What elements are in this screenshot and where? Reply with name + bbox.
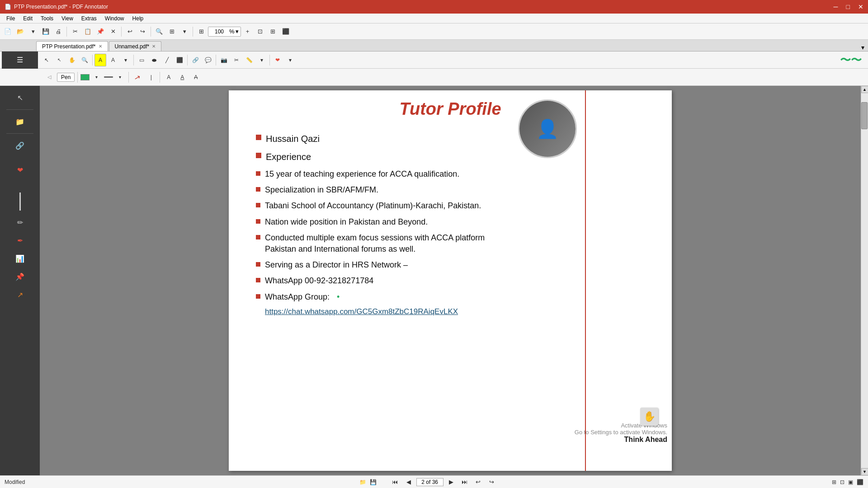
tool-select-area[interactable]: ⊞ bbox=[166, 26, 178, 38]
text-format-a1[interactable]: A bbox=[163, 71, 175, 84]
tool-redo[interactable]: ↪ bbox=[137, 26, 148, 38]
sidebar-heart[interactable]: ❤ bbox=[12, 162, 28, 178]
sidebar-resize-handle[interactable] bbox=[19, 192, 21, 211]
nav-prev[interactable]: ◀ bbox=[403, 476, 415, 488]
whatsapp-link[interactable]: https://chat.whatsapp.com/GC5Gxm8tZbC19R… bbox=[265, 307, 458, 316]
text-format-a2[interactable]: A bbox=[176, 71, 188, 84]
nav-back[interactable]: ↩ bbox=[472, 476, 484, 488]
maximize-button[interactable]: □ bbox=[846, 3, 850, 10]
anno-select2[interactable]: ↖ bbox=[53, 54, 65, 66]
tabs-scroll-right[interactable]: ▾ bbox=[858, 44, 868, 51]
anno-dropdown2[interactable]: ▾ bbox=[256, 54, 268, 66]
anno-note[interactable]: 💬 bbox=[202, 54, 214, 66]
nav-forward[interactable]: ↪ bbox=[486, 476, 498, 488]
close-button[interactable]: ✕ bbox=[858, 3, 863, 10]
anno-heart[interactable]: ❤ bbox=[272, 54, 283, 66]
pen-curve[interactable]: ↗ bbox=[130, 70, 145, 85]
sidebar-chart[interactable]: 📊 bbox=[12, 250, 28, 267]
tab-unnamed[interactable]: Unnamed.pdf* ✕ bbox=[109, 41, 162, 51]
menu-edit[interactable]: Edit bbox=[19, 14, 36, 23]
sidebar-arrow[interactable]: ↗ bbox=[12, 286, 28, 303]
sidebar-pen-red[interactable]: ✒ bbox=[12, 232, 28, 249]
anno-fill[interactable]: ⬛ bbox=[174, 54, 185, 66]
scroll-down-button[interactable]: ▼ bbox=[861, 468, 868, 475]
tab-ptp-close[interactable]: ✕ bbox=[99, 44, 102, 49]
anno-crop[interactable]: ✂ bbox=[231, 54, 242, 66]
tool-copy[interactable]: 📋 bbox=[82, 26, 94, 38]
page-input[interactable] bbox=[416, 478, 443, 486]
sub-item-3: Tabani School of Accountancy (Platinum)-… bbox=[256, 200, 654, 211]
tool-open[interactable]: 📄 bbox=[2, 26, 14, 38]
zoom-fit-page[interactable]: ⊡ bbox=[255, 26, 266, 38]
sub-item-8: WhatsApp Group: • bbox=[256, 291, 654, 303]
tab-ptp-presentation[interactable]: PTP Presentation.pdf* ✕ bbox=[36, 41, 108, 51]
tool-fit-width[interactable]: ⊞ bbox=[195, 26, 207, 38]
sub-bullet-4 bbox=[256, 219, 260, 224]
menu-extras[interactable]: Extras bbox=[78, 14, 100, 23]
sidebar-pencil[interactable]: ✏ bbox=[12, 214, 28, 230]
sidebar-stamp[interactable]: 📌 bbox=[12, 268, 28, 285]
menu-help[interactable]: Help bbox=[129, 14, 147, 23]
pen-toolbar: ◁ Pen ▾ ▾ ↗ | A A A bbox=[0, 69, 868, 86]
nav-first[interactable]: ⏮ bbox=[389, 476, 401, 488]
tool-delete[interactable]: ✕ bbox=[107, 26, 119, 38]
anno-stamp[interactable]: 📷 bbox=[218, 54, 230, 66]
zoom-dropdown[interactable]: ▾ bbox=[236, 28, 239, 35]
anno-hand[interactable]: ✋ bbox=[66, 54, 78, 66]
sidebar-link[interactable]: 🔗 bbox=[12, 137, 28, 154]
menu-view[interactable]: View bbox=[58, 14, 77, 23]
pen-color-swatch[interactable] bbox=[80, 74, 90, 80]
zoom-input[interactable]: 100 bbox=[210, 28, 228, 35]
anno-text[interactable]: A bbox=[107, 54, 119, 66]
anno-dropdown[interactable]: ▾ bbox=[120, 54, 132, 66]
menu-tools[interactable]: Tools bbox=[37, 14, 57, 23]
minimize-button[interactable]: ─ bbox=[834, 3, 838, 10]
view-icon3[interactable]: ▣ bbox=[848, 479, 853, 485]
anno-measure[interactable]: 📏 bbox=[243, 54, 255, 66]
status-bar: Modified 📁 💾 ⏮ ◀ ▶ ⏭ ↩ ↪ ⊞ ⊡ ▣ ⬛ bbox=[0, 475, 868, 488]
title-bar-buttons: ─ □ ✕ bbox=[834, 3, 863, 10]
sidebar-cursor[interactable]: ↖ bbox=[12, 89, 28, 106]
pen-size-dropdown[interactable]: ▾ bbox=[114, 71, 126, 84]
nav-last[interactable]: ⏭ bbox=[459, 476, 471, 488]
sidebar-collapse[interactable]: ☰ bbox=[2, 52, 38, 69]
anno-zoom[interactable]: 🔍 bbox=[79, 54, 90, 66]
hand-cursor-button[interactable]: ✋ bbox=[640, 408, 658, 426]
scroll-up-button[interactable]: ▲ bbox=[861, 86, 868, 93]
zoom-fit-width[interactable]: ⊞ bbox=[267, 26, 279, 38]
tool-print[interactable]: 🖨 bbox=[52, 26, 64, 38]
menu-file[interactable]: File bbox=[3, 14, 19, 23]
anno-ellipse[interactable]: ⬬ bbox=[148, 54, 160, 66]
pen-select[interactable]: ◁ bbox=[43, 71, 55, 84]
pen-size-indicator bbox=[104, 76, 113, 78]
nav-next[interactable]: ▶ bbox=[445, 476, 457, 488]
zoom-full[interactable]: ⬛ bbox=[280, 26, 292, 38]
tool-cut[interactable]: ✂ bbox=[69, 26, 81, 38]
tool-undo[interactable]: ↩ bbox=[124, 26, 136, 38]
scroll-thumb[interactable] bbox=[861, 102, 868, 129]
anno-line[interactable]: ╱ bbox=[161, 54, 173, 66]
menu-window[interactable]: Window bbox=[101, 14, 128, 23]
tool-save[interactable]: 💾 bbox=[40, 26, 52, 38]
watermark-brand: Think Ahead bbox=[575, 436, 667, 444]
anno-rect[interactable]: ▭ bbox=[136, 54, 147, 66]
pen-straight[interactable]: | bbox=[145, 71, 157, 84]
profile-photo: 👤 bbox=[518, 99, 577, 158]
anno-highlight[interactable]: A bbox=[94, 54, 106, 66]
anno-link[interactable]: 🔗 bbox=[189, 54, 201, 66]
zoom-in[interactable]: + bbox=[242, 26, 254, 38]
tool-folder[interactable]: 📂 bbox=[14, 26, 26, 38]
view-icon4[interactable]: ⬛ bbox=[857, 479, 863, 485]
anno-select[interactable]: ↖ bbox=[41, 54, 52, 66]
sidebar-folder[interactable]: 📁 bbox=[12, 113, 28, 130]
tool-select-dropdown[interactable]: ▾ bbox=[179, 26, 190, 38]
view-icon1[interactable]: ⊞ bbox=[832, 479, 836, 485]
pen-color-dropdown[interactable]: ▾ bbox=[90, 71, 102, 84]
tool-dropdown[interactable]: ▾ bbox=[27, 26, 39, 38]
view-icon2[interactable]: ⊡ bbox=[840, 479, 844, 485]
anno-heart-dropdown[interactable]: ▾ bbox=[284, 54, 296, 66]
tool-search[interactable]: 🔍 bbox=[153, 26, 165, 38]
tab-unnamed-close[interactable]: ✕ bbox=[152, 44, 156, 49]
tool-paste[interactable]: 📌 bbox=[94, 26, 106, 38]
text-format-a3[interactable]: A bbox=[190, 71, 202, 84]
